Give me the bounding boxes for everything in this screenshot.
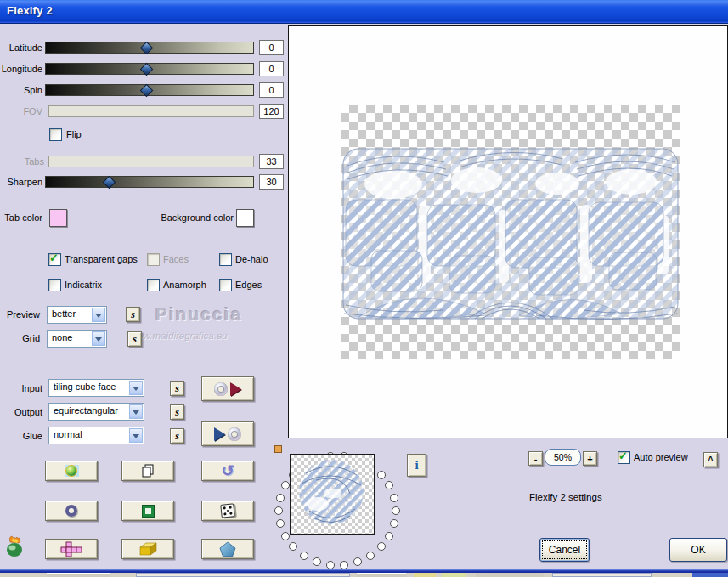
- ring-dot[interactable]: [366, 552, 375, 560]
- sharpen-value[interactable]: 30: [259, 174, 284, 190]
- tab-color-swatch[interactable]: [49, 209, 67, 227]
- glue-select-label: Glue: [0, 431, 42, 441]
- preview-select-label: Preview: [0, 309, 40, 320]
- sharpen-slider-thumb[interactable]: [103, 176, 116, 190]
- sharpen-slider[interactable]: [45, 176, 254, 188]
- longitude-slider[interactable]: [45, 63, 254, 75]
- chevron-down-icon[interactable]: [92, 308, 105, 322]
- ring-dot[interactable]: [340, 561, 348, 569]
- chevron-down-icon[interactable]: [129, 404, 143, 419]
- brick-button[interactable]: [121, 539, 174, 559]
- ring-dot[interactable]: [276, 519, 285, 528]
- zoom-in-button[interactable]: +: [583, 451, 597, 466]
- edges-checkbox[interactable]: [219, 279, 232, 291]
- background-color-swatch[interactable]: [236, 209, 254, 227]
- grid-select[interactable]: none: [47, 330, 107, 348]
- longitude-value[interactable]: 0: [259, 61, 284, 76]
- zoom-level[interactable]: 50%: [545, 449, 581, 466]
- spin-slider-thumb[interactable]: [140, 84, 154, 98]
- copy-button[interactable]: [121, 461, 174, 481]
- undo-button[interactable]: ↺: [201, 461, 254, 481]
- pentagon-icon: [219, 541, 236, 557]
- zoom-out-button[interactable]: -: [528, 451, 543, 466]
- ring-dot[interactable]: [281, 532, 290, 540]
- info-button[interactable]: i: [407, 454, 426, 477]
- chevron-down-icon[interactable]: [129, 428, 143, 443]
- input-select-value: tiling cube face: [54, 382, 116, 392]
- input-select[interactable]: tiling cube face: [48, 379, 144, 397]
- input-s-button[interactable]: s: [170, 381, 184, 396]
- preview-canvas[interactable]: [341, 105, 680, 359]
- ring-dot[interactable]: [313, 557, 321, 566]
- globe-icon: [65, 465, 79, 477]
- output-select[interactable]: equirectangular: [48, 403, 144, 421]
- spin-value[interactable]: 0: [259, 82, 284, 98]
- fov-value[interactable]: 120: [259, 104, 284, 119]
- torus-button[interactable]: [45, 501, 98, 521]
- anamorph-checkbox[interactable]: [147, 279, 160, 291]
- fov-slider: [48, 105, 254, 117]
- ring-dot[interactable]: [377, 471, 386, 479]
- cd-disc-icon: [228, 427, 241, 441]
- tab-color-label: Tab color: [0, 212, 42, 223]
- ring-dot[interactable]: [385, 481, 393, 489]
- ring-dot[interactable]: [289, 542, 297, 551]
- ring-dot[interactable]: [276, 494, 285, 502]
- chevron-down-icon[interactable]: [129, 381, 143, 395]
- latitude-slider[interactable]: [45, 42, 254, 54]
- flip-checkbox[interactable]: [49, 128, 62, 141]
- ok-button[interactable]: OK: [669, 538, 727, 562]
- preview-select[interactable]: better: [47, 306, 107, 324]
- spin-slider[interactable]: [45, 84, 254, 96]
- cube-net-button[interactable]: [45, 539, 98, 559]
- faces-label: Faces: [163, 254, 189, 264]
- expand-button[interactable]: ^: [703, 452, 718, 467]
- frame-button[interactable]: [121, 501, 174, 521]
- ring-dot[interactable]: [300, 552, 308, 560]
- latitude-value[interactable]: 0: [259, 40, 284, 55]
- chevron-down-icon[interactable]: [92, 331, 105, 346]
- polyhedron-button[interactable]: [201, 539, 254, 559]
- play-triangle-icon: [230, 382, 241, 396]
- flip-label: Flip: [66, 129, 82, 139]
- longitude-slider-thumb[interactable]: [140, 63, 154, 76]
- ring-dot[interactable]: [353, 557, 362, 566]
- ring-marker[interactable]: [274, 445, 282, 453]
- output-s-button[interactable]: s: [170, 404, 184, 420]
- ring-dot[interactable]: [281, 481, 290, 489]
- auto-preview-label: Auto preview: [634, 452, 688, 462]
- tabs-value[interactable]: 33: [259, 154, 284, 169]
- output-select-label: Output: [0, 407, 42, 417]
- preview-s-button[interactable]: s: [126, 307, 140, 322]
- ring-dot[interactable]: [385, 532, 393, 540]
- title-bar[interactable]: Flexify 2: [0, 0, 728, 24]
- output-select-value: equirectangular: [54, 405, 118, 416]
- load-settings-button[interactable]: [201, 376, 254, 401]
- cancel-button[interactable]: Cancel: [539, 538, 590, 562]
- auto-preview-checkbox[interactable]: ✓: [618, 451, 630, 464]
- random-button[interactable]: [201, 501, 254, 521]
- indicatrix-label: Indicatrix: [65, 280, 102, 290]
- latitude-slider-thumb[interactable]: [140, 42, 154, 55]
- cd-disc-icon: [214, 382, 228, 396]
- preview-thumbnail[interactable]: [290, 454, 375, 535]
- fov-label: FOV: [0, 106, 42, 116]
- ring-dot[interactable]: [392, 506, 400, 515]
- save-settings-button[interactable]: [201, 421, 254, 446]
- globe-button[interactable]: [45, 461, 98, 481]
- flexify-dialog: Flexify 2 Latitude 0 Longitude 0 Spin 0 …: [0, 0, 728, 577]
- glue-s-button[interactable]: s: [170, 428, 184, 444]
- window-title: Flexify 2: [7, 4, 53, 17]
- transparent-gaps-label: Transparent gaps: [65, 254, 138, 264]
- ring-dot[interactable]: [326, 561, 335, 569]
- indicatrix-checkbox[interactable]: [48, 279, 61, 291]
- ring-dot[interactable]: [390, 494, 398, 502]
- grid-s-button[interactable]: s: [127, 331, 142, 347]
- transparent-gaps-checkbox[interactable]: ✓: [48, 253, 61, 266]
- ring-dot[interactable]: [390, 519, 398, 528]
- grid-select-label: Grid: [0, 333, 40, 343]
- ring-dot[interactable]: [274, 506, 283, 515]
- ring-dot[interactable]: [377, 542, 386, 551]
- dehalo-checkbox[interactable]: [219, 253, 232, 266]
- glue-select[interactable]: normal: [48, 427, 144, 444]
